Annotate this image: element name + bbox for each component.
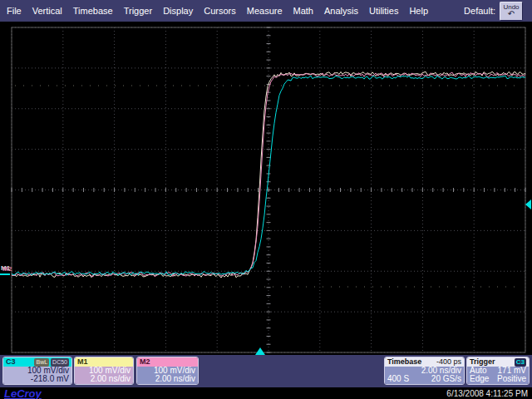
menu-item-vertical[interactable]: Vertical bbox=[32, 6, 62, 16]
menu-item-math[interactable]: Math bbox=[293, 6, 313, 16]
lecroy-logo: LeCroy bbox=[4, 387, 42, 399]
c3-offset: -218.0 mV bbox=[6, 375, 69, 383]
menubar-right: Default: Undo ↶ bbox=[464, 2, 532, 21]
menu-item-utilities[interactable]: Utilities bbox=[369, 6, 398, 16]
timebase-samples: 400 S bbox=[387, 375, 409, 383]
channel-descriptor-c3[interactable]: C3 BwL DC50 100 mV/div -218.0 mV bbox=[2, 357, 72, 385]
m1-label: M1 bbox=[77, 357, 88, 367]
trace-c3 bbox=[12, 76, 525, 275]
trigger-source-badge: C3 bbox=[515, 358, 526, 367]
trigger-slope: Positive bbox=[497, 375, 526, 383]
undo-arrow-icon: ↶ bbox=[508, 10, 515, 18]
timebase-sample-rate: 20 GS/s bbox=[431, 375, 461, 383]
status-panel: C3 BwL DC50 100 mV/div -218.0 mV M1 100 … bbox=[0, 355, 532, 387]
footer-bar: LeCroy 6/13/2008 4:11:25 PM bbox=[0, 387, 532, 399]
bandwidth-limit-badge: BwL bbox=[34, 358, 49, 367]
menu-item-display[interactable]: Display bbox=[163, 6, 193, 16]
timebase-title: Timebase bbox=[387, 357, 421, 367]
menu-item-measure[interactable]: Measure bbox=[247, 6, 283, 16]
menu-bar: File Vertical Timebase Trigger Display C… bbox=[0, 0, 532, 22]
trace-descriptor-m2[interactable]: M2 100 mV/div 2.00 ns/div bbox=[136, 357, 199, 385]
menu-item-cursors[interactable]: Cursors bbox=[204, 6, 236, 16]
datetime-display: 6/13/2008 4:11:25 PM bbox=[446, 389, 528, 398]
menu-item-help[interactable]: Help bbox=[409, 6, 428, 16]
timebase-descriptor[interactable]: Timebase -400 ps 2.00 ns/div 400 S 20 GS… bbox=[384, 357, 465, 385]
trigger-type: Edge bbox=[470, 375, 489, 383]
menu-item-timebase[interactable]: Timebase bbox=[73, 6, 113, 16]
trigger-position-marker[interactable] bbox=[255, 347, 265, 355]
trigger-level-marker[interactable] bbox=[525, 200, 531, 209]
m1-time-per-div: 2.00 ns/div bbox=[77, 375, 131, 383]
trace-edge-label-m2: M2 bbox=[2, 265, 12, 273]
menu-item-file[interactable]: File bbox=[7, 6, 22, 16]
waveform-plot: M1M2 bbox=[0, 0, 532, 399]
m2-time-per-div: 2.00 ns/div bbox=[140, 375, 195, 383]
oscilloscope-screen: M1M2 File Vertical Timebase Trigger Disp… bbox=[0, 0, 532, 399]
menu-item-trigger[interactable]: Trigger bbox=[124, 6, 152, 16]
default-setup-label: Default: bbox=[464, 6, 495, 16]
trigger-descriptor[interactable]: Trigger C3 Auto 171 mV Edge Positive bbox=[466, 357, 530, 385]
menu-item-analysis[interactable]: Analysis bbox=[324, 6, 358, 16]
coupling-badge: DC50 bbox=[51, 358, 69, 367]
undo-button[interactable]: Undo ↶ bbox=[500, 2, 523, 21]
m2-label: M2 bbox=[140, 357, 150, 367]
c3-label: C3 bbox=[6, 357, 16, 367]
trace-descriptor-m1[interactable]: M1 100 mV/div 2.00 ns/div bbox=[74, 357, 134, 385]
